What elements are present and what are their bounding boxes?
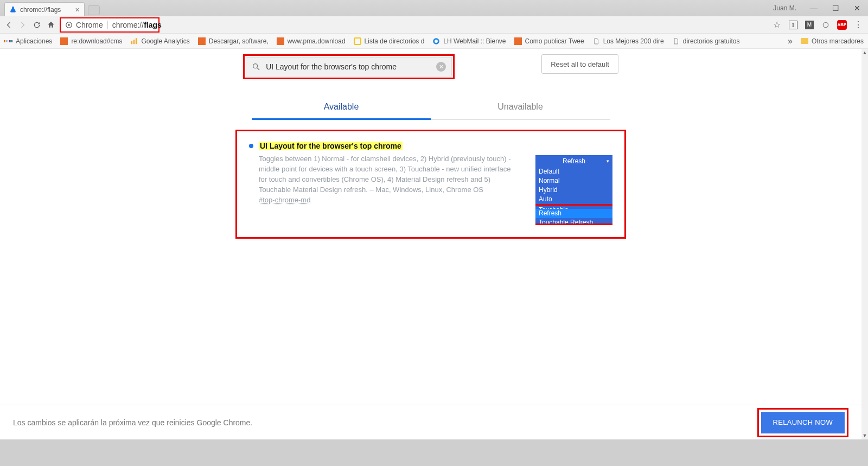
bookmark-item[interactable]: re:download//cms — [60, 37, 122, 46]
omnibox[interactable]: Chrome chrome://flags — [61, 18, 158, 31]
dropdown-option[interactable]: Auto — [535, 195, 612, 204]
bookmark-item[interactable]: Google Analytics — [130, 37, 189, 46]
bookmarks-overflow-icon[interactable]: » — [788, 36, 793, 46]
instapaper-icon[interactable]: I — [788, 21, 799, 29]
flag-description: Toggles between 1) Normal - for clamshel… — [259, 154, 519, 195]
svg-rect-3 — [131, 41, 132, 44]
flags-search-input[interactable] — [266, 62, 431, 71]
svg-point-8 — [253, 64, 258, 68]
dropdown-option[interactable]: Normal — [535, 176, 612, 186]
bookmark-item[interactable]: Los Mejores 200 dire — [592, 37, 664, 46]
clear-search-icon[interactable]: ✕ — [436, 62, 446, 72]
svg-rect-5 — [136, 38, 137, 44]
relaunch-button[interactable]: RELAUNCH NOW — [761, 412, 845, 433]
dropdown-option[interactable]: Default — [535, 167, 612, 176]
folder-icon — [801, 38, 808, 44]
search-icon — [252, 62, 260, 71]
chrome-icon — [65, 21, 73, 29]
modified-dot-icon — [249, 144, 253, 148]
favicon-icon — [432, 37, 441, 46]
bookmarks-bar: Aplicaciones re:download//cms Google Ana… — [0, 34, 868, 49]
svg-rect-4 — [133, 40, 135, 44]
tab-available[interactable]: Available — [252, 95, 431, 120]
flag-permalink[interactable]: #top-chrome-md — [259, 196, 310, 204]
scroll-down-icon[interactable]: ▼ — [861, 432, 868, 439]
svg-point-7 — [435, 40, 438, 43]
browser-tab[interactable]: chrome://flags × — [4, 2, 85, 16]
reload-button[interactable] — [33, 21, 41, 29]
flags-search[interactable]: ✕ — [246, 57, 452, 76]
favicon-icon — [60, 37, 68, 45]
tab-title: chrome://flags — [20, 6, 61, 14]
profile-name[interactable]: Juan M. — [773, 4, 796, 12]
analytics-icon — [130, 37, 138, 46]
bookmark-item[interactable]: www.pma.download — [276, 37, 346, 46]
omnibox-extent[interactable] — [165, 18, 766, 31]
back-button[interactable] — [4, 21, 13, 29]
omnibox-origin: Chrome — [65, 21, 108, 29]
apps-button[interactable]: Aplicaciones — [4, 37, 52, 46]
omnibox-url: chrome://flags — [112, 21, 162, 29]
window-bottom-border — [0, 439, 868, 466]
dropdown-selected[interactable]: Refresh — [535, 155, 612, 167]
scroll-up-icon[interactable]: ▲ — [861, 49, 868, 56]
dropdown-option[interactable]: Hybrid — [535, 186, 612, 195]
page-icon — [592, 37, 601, 46]
vertical-scrollbar[interactable]: ▲ ▼ — [861, 49, 868, 439]
apps-label: Aplicaciones — [16, 37, 52, 45]
minimize-button[interactable]: — — [803, 0, 825, 16]
close-window-button[interactable]: ✕ — [846, 0, 868, 16]
new-tab-button[interactable] — [88, 5, 100, 15]
bookmark-item[interactable]: Lista de directorios d — [353, 37, 425, 46]
svg-point-2 — [823, 22, 828, 27]
bookmark-item[interactable]: directorios gratuitos — [672, 37, 740, 46]
favicon-icon — [514, 37, 522, 45]
home-button[interactable] — [47, 21, 55, 29]
bookmark-item[interactable]: Como publicar Twee — [514, 37, 584, 46]
menu-icon[interactable]: ⋮ — [853, 20, 864, 30]
apps-icon — [4, 37, 13, 46]
svg-point-1 — [68, 24, 70, 26]
flask-icon — [9, 6, 17, 14]
bookmark-item[interactable]: Descargar, software, — [197, 37, 269, 46]
maximize-button[interactable]: ☐ — [825, 0, 846, 16]
flag-result: UI Layout for the browser's top chrome T… — [235, 130, 626, 239]
forward-button[interactable] — [18, 21, 27, 29]
browser-toolbar: Chrome chrome://flags ☆ I M ABP ⋮ — [0, 16, 868, 34]
svg-line-9 — [257, 68, 259, 70]
flag-dropdown[interactable]: Refresh Default Normal Hybrid Auto Touch… — [535, 155, 612, 225]
dropdown-list: Default Normal Hybrid Auto Touchable Ref… — [535, 167, 612, 225]
extension-icon[interactable] — [820, 21, 831, 29]
reset-all-button[interactable]: Reset all to default — [541, 54, 618, 74]
favicon-icon — [198, 37, 206, 45]
favicon-icon — [277, 37, 284, 45]
page-icon — [672, 37, 680, 46]
other-bookmarks[interactable]: Otros marcadores — [800, 37, 864, 46]
adblock-icon[interactable]: ABP — [837, 20, 847, 30]
star-icon[interactable]: ☆ — [771, 20, 782, 30]
close-tab-icon[interactable]: × — [75, 5, 79, 14]
window-titlebar: chrome://flags × Juan M. — ☐ ✕ — [0, 0, 868, 16]
dropdown-option[interactable]: Touchable Refresh — [535, 218, 612, 224]
gmail-icon[interactable]: M — [804, 21, 815, 29]
flags-tabs: Available Unavailable — [0, 95, 861, 120]
tab-unavailable[interactable]: Unavailable — [431, 95, 610, 120]
bookmark-item[interactable]: LH WebMail :: Bienve — [432, 37, 506, 46]
relaunch-bar: Los cambios se aplicarán la próxima vez … — [0, 405, 861, 439]
dropdown-option-selected[interactable]: Refresh — [535, 209, 612, 218]
favicon-icon — [354, 37, 361, 45]
flag-title: UI Layout for the browser's top chrome — [259, 142, 403, 150]
relaunch-message: Los cambios se aplicarán la próxima vez … — [13, 418, 252, 427]
page-content: ✕ Reset all to default Available Unavail… — [0, 49, 861, 466]
